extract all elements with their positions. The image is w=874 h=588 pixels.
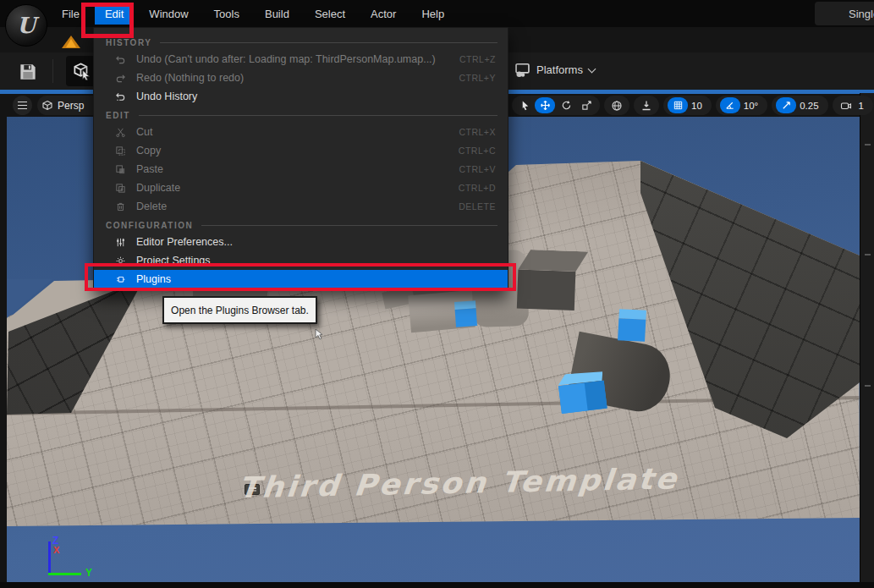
menu-item-undo-history[interactable]: Undo History [94, 87, 508, 106]
menu-item-copy[interactable]: Copy CTRL+C [94, 141, 508, 160]
menu-item-delete[interactable]: Delete DELETE [94, 197, 508, 216]
platforms-label: Platforms [536, 63, 583, 76]
blue-cube [454, 300, 477, 327]
copy-icon [114, 146, 127, 157]
menu-item-editor-preferences[interactable]: Editor Preferences... [94, 233, 508, 251]
viewport-camera-label: Persp [58, 100, 84, 112]
menu-item-label: Cut [136, 126, 459, 138]
camera-speed-control[interactable]: 1 [833, 96, 873, 115]
tooltip-text: Open the Plugins Browser tab. [171, 305, 309, 316]
layout-selector-label: Single [849, 8, 874, 20]
chevron-down-icon [587, 64, 596, 73]
scale-snap-icon[interactable] [776, 97, 796, 113]
menu-help[interactable]: Help [411, 3, 454, 25]
rotate-tool-button[interactable] [557, 100, 575, 111]
menu-item-shortcut: CTRL+C [459, 146, 496, 156]
surface-snapping-button[interactable] [634, 96, 659, 115]
y-axis-label: Y [85, 567, 92, 579]
viewport-options-button[interactable] [13, 96, 32, 115]
menu-item-label: Copy [136, 145, 459, 157]
camera-speed-value[interactable]: 1 [855, 101, 869, 111]
menu-item-redo[interactable]: Redo (Nothing to redo) CTRL+Y [94, 69, 508, 87]
menu-item-label: Delete [136, 201, 459, 212]
unreal-editor-window: File Edit Window Tools Build Select Acto… [0, 0, 874, 588]
select-tool-button[interactable] [516, 100, 533, 111]
grid-snap-value[interactable]: 10 [688, 101, 707, 111]
scale-tool-button[interactable] [577, 100, 596, 111]
menu-window[interactable]: Window [139, 3, 198, 25]
mouse-cursor-icon [311, 327, 327, 342]
surface-snap-icon [640, 100, 652, 112]
menu-item-shortcut: CTRL+Y [459, 73, 496, 83]
section-title: HISTORY [106, 38, 151, 47]
window-bottom-edge [0, 582, 874, 588]
menu-item-cut[interactable]: Cut CTRL+X [94, 123, 508, 141]
camera-speed-icon [837, 100, 855, 112]
rotation-snap-icon[interactable] [720, 97, 740, 113]
edit-dropdown-menu: HISTORY Undo (Can't undo after: Loading … [93, 27, 508, 291]
section-title: CONFIGURATION [106, 221, 193, 230]
menu-build[interactable]: Build [255, 3, 300, 25]
world-local-toggle[interactable] [604, 96, 629, 115]
sliders-icon [114, 237, 127, 248]
platforms-icon [514, 62, 530, 78]
dark-box [517, 250, 588, 311]
annotation-box-edit [81, 3, 134, 38]
menu-item-duplicate[interactable]: Duplicate CTRL+D [94, 179, 508, 197]
section-title: EDIT [106, 111, 130, 120]
level-tab-icon [62, 36, 80, 48]
collapsed-right-panel[interactable] [860, 93, 874, 582]
y-axis-line [48, 573, 81, 575]
transform-tools-group [512, 96, 600, 115]
select-mode-icon [73, 62, 91, 80]
menu-actor[interactable]: Actor [360, 3, 406, 25]
menu-item-shortcut: CTRL+D [459, 183, 496, 193]
scale-snap-control[interactable]: 0.25 [772, 96, 827, 115]
undo-history-icon [114, 91, 127, 102]
menu-item-label: Undo History [136, 91, 496, 102]
platforms-dropdown[interactable]: Platforms [514, 62, 595, 78]
menu-item-paste[interactable]: Paste CTRL+V [94, 160, 508, 179]
menu-item-shortcut: CTRL+X [459, 127, 496, 137]
axis-gizmo: Z X Y [37, 535, 96, 582]
perspective-cube-icon [41, 100, 53, 112]
menu-item-shortcut: CTRL+Z [459, 54, 496, 64]
menu-item-undo[interactable]: Undo (Can't undo after: Loading map: Thi… [94, 50, 508, 69]
redo-icon [114, 73, 127, 84]
menu-item-label: Undo (Can't undo after: Loading map: Thi… [136, 53, 459, 65]
delete-icon [114, 201, 127, 212]
save-button[interactable] [12, 58, 44, 86]
menu-section-edit: EDIT [106, 107, 497, 123]
paste-icon [114, 164, 127, 175]
plugins-tooltip: Open the Plugins Browser tab. [162, 296, 317, 324]
grid-snap-icon[interactable] [668, 97, 688, 113]
scale-snap-value[interactable]: 0.25 [796, 101, 823, 111]
blue-cube [618, 309, 646, 342]
rotation-snap-value[interactable]: 10° [740, 101, 763, 111]
cut-icon [114, 127, 127, 138]
x-axis-label: X [53, 545, 59, 555]
layout-selector[interactable]: Single [815, 2, 874, 25]
toolbar-separator [52, 59, 53, 83]
menu-section-configuration: CONFIGURATION [106, 217, 497, 233]
undo-icon [114, 54, 127, 65]
blue-cube [557, 370, 607, 414]
save-icon [19, 63, 37, 81]
menu-item-label: Duplicate [136, 182, 459, 194]
menu-item-label: Editor Preferences... [136, 236, 496, 248]
move-tool-button[interactable] [535, 97, 555, 113]
menu-item-shortcut: DELETE [459, 201, 496, 212]
globe-icon [611, 100, 623, 112]
rotation-snap-control[interactable]: 10° [716, 96, 767, 115]
menu-select[interactable]: Select [305, 3, 355, 25]
annotation-box-plugins [85, 263, 516, 291]
menu-item-label: Redo (Nothing to redo) [136, 72, 459, 84]
z-axis-line [48, 541, 51, 574]
menu-item-label: Paste [136, 163, 459, 175]
duplicate-icon [114, 183, 127, 194]
menu-section-history: HISTORY [106, 35, 497, 50]
menu-tools[interactable]: Tools [204, 3, 250, 25]
unreal-logo-icon: U [5, 4, 47, 47]
grid-snap-control[interactable]: 10 [663, 96, 712, 115]
menu-item-shortcut: CTRL+V [459, 164, 496, 174]
